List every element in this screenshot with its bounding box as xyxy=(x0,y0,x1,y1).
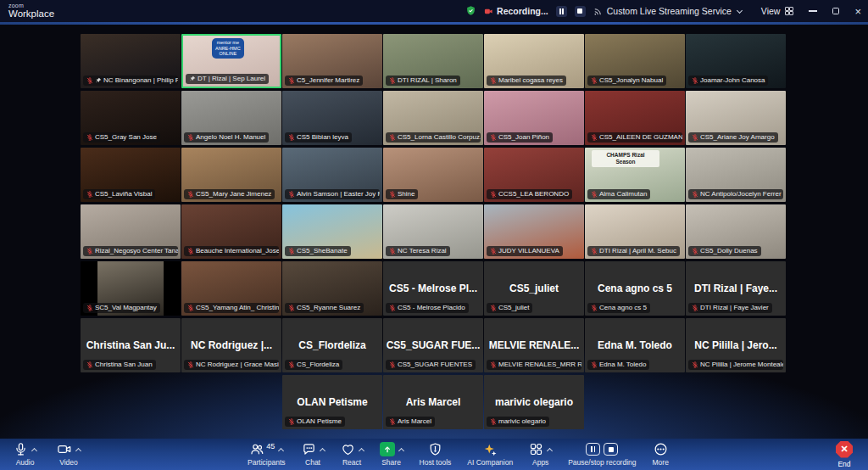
participant-tile[interactable]: CS5_Mary Jane Jimenez xyxy=(181,148,281,202)
participant-name-text: NC Rodriguez | Grace Masilongan xyxy=(196,361,279,369)
participant-name-text: CS5_SheBanate xyxy=(297,247,348,255)
mic-muted-icon xyxy=(692,191,698,198)
participant-tile[interactable]: Alvin Samson | Easter Joy Rabbit... xyxy=(282,148,382,202)
participant-name-label: Alvin Samson | Easter Joy Rabbit... xyxy=(285,189,380,199)
toolbar-video-button[interactable]: Video xyxy=(57,442,81,467)
participant-tile[interactable]: Edna M. ToledoEdna M. Toledo xyxy=(585,318,685,372)
participant-name-text: NC Binangonan | Philip Fortu... xyxy=(103,76,178,85)
chevron-up-icon[interactable] xyxy=(398,447,403,453)
mic-muted-icon xyxy=(288,305,295,311)
participant-name-label: DTI Rizal | April M. Sebuc xyxy=(587,246,680,256)
toolbar-share-button[interactable]: Share xyxy=(380,442,403,467)
participant-name-label: Alma Calimutan xyxy=(587,189,650,199)
participant-tile[interactable]: SC5_Val Magpantay xyxy=(81,261,181,316)
participant-tile[interactable]: Christina San Ju...Christina San Juan xyxy=(81,318,181,372)
end-button[interactable]: ✕ End xyxy=(836,441,853,468)
participant-tile[interactable]: CS5_AILEEN DE GUZMAN xyxy=(585,91,685,145)
participant-tile[interactable]: CCS5_LEA BERONDO xyxy=(484,148,584,202)
view-button[interactable]: View xyxy=(761,6,795,16)
participant-tile[interactable]: DTI Rizal | April M. Sebuc xyxy=(585,204,685,259)
chevron-up-icon[interactable] xyxy=(358,447,364,453)
participant-name-label: CCS5_LEA BERONDO xyxy=(487,189,572,199)
participant-name-label: CS5_Dolly Duenas xyxy=(688,246,761,256)
participant-tile[interactable]: Rizal_Negosyo Center Tanay xyxy=(81,204,181,259)
participant-tile[interactable]: NC Teresa Rizal xyxy=(383,204,483,259)
maximize-button[interactable] xyxy=(832,8,839,14)
toolbar-ai-companion-button[interactable]: AI Companion xyxy=(467,442,513,467)
participant-tile[interactable]: Shine xyxy=(383,148,483,202)
mic-muted-icon xyxy=(86,134,93,141)
participant-tile[interactable]: Cena agno cs 5Cena agno cs 5 xyxy=(585,261,685,316)
participant-name-text: DTI RIZAL | Sharon xyxy=(398,76,457,85)
participant-tile[interactable]: DTI RIZAL | Sharon xyxy=(383,34,483,88)
participant-name-label: CS5_AILEEN DE GUZMAN xyxy=(587,132,682,143)
chevron-down-icon xyxy=(737,7,743,13)
participant-tile[interactable]: mentor me ANRE-HMC ONLINEDT | Rizal | Se… xyxy=(181,34,281,88)
end-label: End xyxy=(837,460,850,468)
stop-recording-button[interactable] xyxy=(575,6,586,17)
participant-name-label: NC Antipolo/Jocelyn Ferrer xyxy=(688,189,783,199)
participant-name-text: CS5_Laviña Visbal xyxy=(95,190,152,199)
participant-tile[interactable]: Beauche International_Joseph Re... xyxy=(181,204,281,259)
participant-tile[interactable]: NC Antipolo/Jocelyn Ferrer xyxy=(686,148,786,202)
participant-tile[interactable]: CS5_Yamang Atin_ Christina San ... xyxy=(181,261,281,316)
grid-row: CS5_Gray San JoseAngelo Noel H. ManuelCS… xyxy=(81,91,786,145)
participant-tile[interactable]: CS5_Gray San Jose xyxy=(81,91,181,145)
participant-tile[interactable]: Angelo Noel H. Manuel xyxy=(181,91,281,145)
chevron-up-icon[interactable] xyxy=(319,447,325,453)
toolbar-host-tools-button[interactable]: Host tools xyxy=(420,442,452,467)
participant-tile[interactable]: CS_FlordelizaCS_Flordeliza xyxy=(282,318,382,372)
participant-tile[interactable]: MELVIE RENALE...MELVIE RENALES_MRR RTW B… xyxy=(484,318,584,372)
participant-name-label: CS5_SheBanate xyxy=(285,246,351,256)
participant-tile[interactable]: NC Pililla | Jero...NC Pililla | Jerome … xyxy=(686,318,786,372)
participant-tile[interactable]: CS5_julietCS5_juliet xyxy=(484,261,584,316)
chevron-up-icon[interactable] xyxy=(547,447,553,453)
participant-tile[interactable]: NC Binangonan | Philip Fortu... xyxy=(81,34,181,88)
participant-tile[interactable]: CS5_Lorna Castillo Corpuz. xyxy=(383,91,483,145)
participant-tile[interactable]: marivic olegariomarivic olegario xyxy=(484,375,584,429)
participant-tile[interactable]: C5_Jennifer Martirez xyxy=(282,34,382,88)
participant-tile[interactable]: CS5_SUGAR FUE...CS5_SUGAR FUENTES xyxy=(383,318,483,372)
participant-tile[interactable]: CS5_SheBanate xyxy=(282,204,382,259)
participant-tile[interactable]: JUDY VILLANUEVA xyxy=(484,204,584,259)
participant-tile[interactable]: Aris MarcelAris Marcel xyxy=(383,375,483,429)
participant-name-label: Cena agno cs 5 xyxy=(587,303,650,313)
toolbar-more-button[interactable]: More xyxy=(653,442,669,467)
toolbar-recording-controls-button[interactable]: Pause/stop recording xyxy=(568,442,636,467)
end-call-icon: ✕ xyxy=(836,441,853,458)
participant-name-text: JUDY VILLANUEVA xyxy=(498,247,559,255)
close-button[interactable]: × xyxy=(854,6,861,17)
toolbar-participants-button[interactable]: 45Participants xyxy=(248,442,285,467)
participant-tile[interactable]: CS5_Joan Piñon xyxy=(484,91,584,145)
toolbar-audio-button[interactable]: Audio xyxy=(14,442,36,467)
toolbar-apps-button[interactable]: Apps xyxy=(529,442,552,467)
heart-icon xyxy=(341,442,355,456)
participant-tile[interactable]: CS5_Ariane Joy Amargo xyxy=(686,91,786,145)
participant-tile[interactable]: CHAMPS Rizal SeasonAlma Calimutan xyxy=(585,148,685,202)
participant-tile[interactable]: CS5 - Melrose Pl...CS5 - Melrose Placido xyxy=(383,261,483,316)
live-streaming-menu[interactable]: Custom Live Streaming Service xyxy=(593,6,742,16)
participant-tile[interactable]: CS5_Jonalyn Nabual xyxy=(585,34,685,88)
participant-name-label: marivic olegario xyxy=(487,417,549,427)
toolbar-chat-button[interactable]: Chat xyxy=(302,442,325,467)
toolbar-item-label: Participants xyxy=(248,458,285,467)
participant-tile[interactable]: CS5_Laviña Visbal xyxy=(81,148,181,202)
toolbar-react-button[interactable]: React xyxy=(341,442,364,467)
participant-tile[interactable]: CS5 Bibian leyva xyxy=(282,91,382,145)
participant-tile[interactable]: CS5_Ryanne Suarez xyxy=(282,261,382,316)
participant-tile[interactable]: OLAN PetismeOLAN Petisme xyxy=(282,375,382,429)
participant-tile[interactable]: NC Rodriguez |...NC Rodriguez | Grace Ma… xyxy=(181,318,281,372)
participant-tile[interactable]: Joamar-John Canosa xyxy=(686,34,786,88)
participant-tile[interactable]: DTI Rizal | Faye...DTI Rizal | Faye Javi… xyxy=(686,261,786,316)
pause-recording-button[interactable] xyxy=(556,6,567,17)
zoom-logo-text: zoom xyxy=(8,3,54,8)
participant-tile[interactable]: Maribel cogasa reyes xyxy=(484,34,584,88)
participant-name-label: Angelo Noel H. Manuel xyxy=(184,132,269,143)
chevron-up-icon[interactable] xyxy=(278,447,284,453)
mic-muted-icon xyxy=(187,248,194,255)
participant-name-label: CS5_juliet xyxy=(487,303,532,313)
chevron-up-icon[interactable] xyxy=(31,447,37,453)
participant-name-label: Joamar-John Canosa xyxy=(688,76,768,86)
minimize-button[interactable] xyxy=(809,10,817,11)
participant-tile[interactable]: CS5_Dolly Duenas xyxy=(686,204,786,259)
